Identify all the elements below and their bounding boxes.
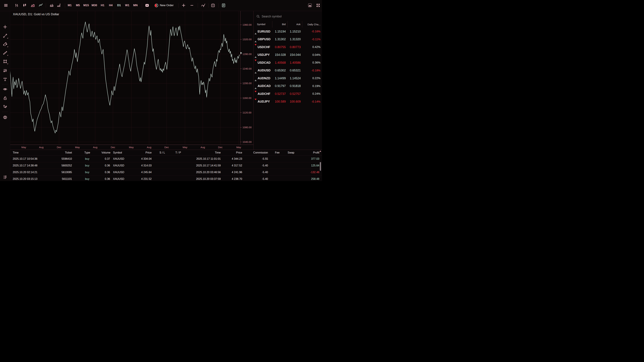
trend-arrow xyxy=(254,38,258,41)
history-scrollbar-thumb[interactable] xyxy=(320,162,321,171)
mw-daily-change: 0.19% xyxy=(302,84,322,88)
volumes-button[interactable] xyxy=(48,2,55,9)
history-rows: 2025.10.17 10:54:365596410buy0.37XAUUSD4… xyxy=(10,156,322,181)
new-order-label: New Order xyxy=(160,4,174,7)
history-row-5596410[interactable]: 2025.10.17 10:54:365596410buy0.37XAUUSD4… xyxy=(10,156,322,162)
tab-trade-list-button[interactable] xyxy=(1,173,9,181)
new-order-button[interactable]: New Order xyxy=(152,2,176,9)
chart-title: XAUUSD, D1: Gold vs US Dollar xyxy=(13,12,59,16)
tick-volumes-button[interactable] xyxy=(56,2,62,9)
history-symbol: XAUUSD xyxy=(111,164,140,167)
market-watch-row-EURUSD[interactable]: EURUSD 1.15194 1.15210 -0.16% xyxy=(254,28,322,35)
tool-waves-button[interactable] xyxy=(1,49,9,56)
sidebar-separator xyxy=(2,112,8,112)
tool-trendline-button[interactable] xyxy=(1,32,9,39)
chart-window-button[interactable] xyxy=(144,2,150,9)
toolbar-separator xyxy=(46,3,46,8)
shape-icon xyxy=(3,59,8,64)
timeframe-D1[interactable]: D1 xyxy=(115,2,123,9)
history-row-5611101[interactable]: 2025.10.20 03:15:135611101buy0.36XAUUSD4… xyxy=(10,176,322,181)
mw-col-change: Daily Cha... xyxy=(302,23,322,26)
trend-arrow xyxy=(254,77,258,80)
history-close_price: 4 238.70 xyxy=(222,177,243,180)
time-tick-label: Aug xyxy=(93,146,98,149)
time-tick-label: Dec xyxy=(218,146,222,149)
market-watch-row-USDCHF[interactable]: USDCHF 0.80755 0.80773 0.42% xyxy=(254,43,322,51)
screenshot-button[interactable] xyxy=(306,2,313,9)
tool-unlock-button[interactable] xyxy=(1,94,9,102)
tool-text-button[interactable] xyxy=(1,76,9,83)
mw-daily-change: -0.18% xyxy=(302,69,322,72)
time-tick-label: May xyxy=(129,146,134,149)
market-watch-row-AUDJPY[interactable]: AUDJPY 100.589 100.609 -0.14% xyxy=(254,98,322,106)
timeframe-M15[interactable]: M15 xyxy=(82,2,90,9)
market-watch-row-AUDNZD[interactable]: AUDNZD 1.14499 1.14524 0.22% xyxy=(254,74,322,82)
area-chart-button[interactable] xyxy=(29,2,36,9)
bars-chart-button[interactable] xyxy=(13,2,20,9)
indicators-button[interactable] xyxy=(200,2,206,9)
timeframe-H4[interactable]: H4 xyxy=(107,2,114,9)
price-tick xyxy=(240,127,242,128)
time-tick-label: May xyxy=(183,146,187,149)
market-watch-row-AUDCHF[interactable]: AUDCHF 0.52737 0.52757 0.24% xyxy=(254,90,322,98)
history-type: buy xyxy=(73,171,102,174)
history-col-symbol: Symbol xyxy=(111,151,140,154)
calendar-icon xyxy=(211,3,215,7)
history-col-price: Price xyxy=(140,151,152,154)
mw-bid: 1.40568 xyxy=(272,61,288,64)
journal-button[interactable] xyxy=(220,2,227,9)
tool-objects-button[interactable] xyxy=(1,103,9,110)
volumes-icon xyxy=(50,3,54,7)
mw-symbol: AUDUSD xyxy=(258,69,272,72)
market-watch-row-USDCAD[interactable]: USDCAD 1.40568 1.40586 0.36% xyxy=(254,59,322,67)
screenshot-icon xyxy=(308,3,312,7)
market-watch-row-AUDUSD[interactable]: AUDUSD 0.65302 0.65321 -0.18% xyxy=(254,67,322,75)
trend-arrow xyxy=(254,30,258,33)
tool-crosshair-button[interactable] xyxy=(1,23,9,30)
trend-arrow xyxy=(254,69,258,72)
timeframe-W1[interactable]: W1 xyxy=(124,2,131,9)
tool-channels-button[interactable] xyxy=(1,40,9,48)
timeframe-MN[interactable]: MN xyxy=(132,2,139,9)
mw-symbol: AUDCHF xyxy=(258,92,272,96)
market-watch-row-AUDCAD[interactable]: AUDCAD 0.91797 0.91818 0.19% xyxy=(254,82,322,90)
calendar-button[interactable] xyxy=(210,2,216,9)
fullscreen-button[interactable] xyxy=(315,2,322,9)
timeframe-H1[interactable]: H1 xyxy=(99,2,106,9)
trendline-icon xyxy=(3,33,8,38)
market-watch-header: SymbolBidAskDaily Cha... xyxy=(254,21,322,28)
line-chart-button[interactable] xyxy=(38,2,44,9)
down-arrow-icon xyxy=(254,60,256,64)
history-row-5600252[interactable]: 2025.10.17 14:38:485600252buy0.36XAUUSD4… xyxy=(10,162,322,169)
zoom-in-button[interactable] xyxy=(180,2,187,9)
tool-shape-button[interactable] xyxy=(1,58,9,65)
mw-daily-change: 0.04% xyxy=(302,53,322,57)
tool-eye-button[interactable] xyxy=(1,85,9,93)
zoom-out-button[interactable] xyxy=(188,2,195,9)
chart-plot[interactable] xyxy=(10,11,240,145)
price-tick-label: 1360.00 xyxy=(242,23,252,26)
tool-fib-lines-button[interactable] xyxy=(1,67,9,74)
scroll-up-icon[interactable] xyxy=(320,150,321,152)
market-watch-rows: EURUSD 1.15194 1.15210 -0.16% GBPUSD 1.3… xyxy=(254,28,322,106)
history-col-volume: Volume xyxy=(102,151,111,154)
waves-icon xyxy=(3,51,8,55)
history-row-5610085[interactable]: 2025.10.20 02:14:215610085buy0.36XAUUSD4… xyxy=(10,169,322,176)
timeframe-M30[interactable]: M30 xyxy=(90,2,98,9)
tool-printer-button[interactable] xyxy=(1,113,9,121)
history-col-price: Price xyxy=(222,151,243,154)
up-arrow-icon xyxy=(254,30,256,34)
timeframe-M1[interactable]: M1 xyxy=(66,2,74,9)
channels-icon xyxy=(3,42,8,46)
candles-chart-button[interactable] xyxy=(21,2,28,9)
timeframe-M5[interactable]: M5 xyxy=(74,2,82,9)
search-input[interactable] xyxy=(261,14,320,18)
history-commission: -5.55 xyxy=(243,157,269,160)
mw-symbol: USDJPY xyxy=(258,53,272,57)
market-watch-row-USDJPY[interactable]: USDJPY 154.028 154.044 0.04% xyxy=(254,51,322,59)
mw-symbol: AUDNZD xyxy=(258,77,272,80)
market-watch-row-GBPUSD[interactable]: GBPUSD 1.31302 1.31320 -0.11% xyxy=(254,35,322,43)
menu-button[interactable] xyxy=(2,2,9,9)
mw-daily-change: -0.11% xyxy=(302,38,322,41)
current-price-arrow-icon xyxy=(240,52,242,54)
